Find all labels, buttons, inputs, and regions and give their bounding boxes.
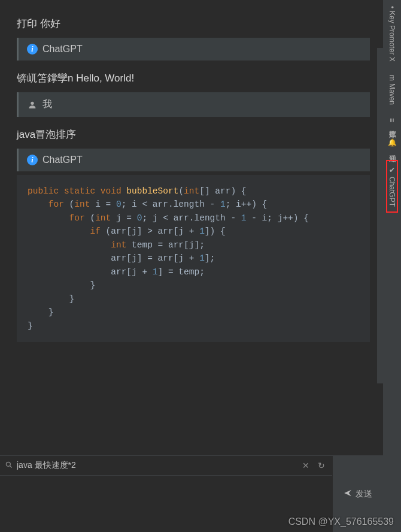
notifications-icon: 🔔 xyxy=(388,138,396,147)
info-icon: i xyxy=(27,44,38,55)
refresh-icon[interactable]: ↻ xyxy=(315,460,327,471)
sidebar-tab-label: Key Promoter X xyxy=(388,11,396,62)
search-icon xyxy=(5,461,13,471)
user-message-text: 打印 你好 xyxy=(17,17,370,31)
sidebar-tab-key-promoter[interactable]: •Key Promoter X xyxy=(387,4,397,64)
assistant-name: ChatGPT xyxy=(42,155,83,165)
chatgpt-icon: ✔ xyxy=(388,166,396,174)
assistant-message-text: 锛屼笘鐣孿n Hello, World! xyxy=(17,71,370,85)
database-icon: ≡ xyxy=(388,118,396,122)
send-label: 发送 xyxy=(356,489,372,500)
user-name: 我 xyxy=(42,98,52,111)
maven-icon: m xyxy=(388,75,396,81)
info-icon: i xyxy=(27,155,38,165)
user-message-text: java冒泡排序 xyxy=(17,128,370,141)
assistant-header: i ChatGPT xyxy=(17,149,370,171)
svg-point-0 xyxy=(31,101,34,104)
key-promoter-icon: • xyxy=(388,6,396,8)
sidebar-tab-chatgpt[interactable]: ✔ChatGPT xyxy=(386,160,398,213)
assistant-header: i ChatGPT xyxy=(17,38,370,61)
sidebar-tab-database[interactable]: ≡数据库 xyxy=(386,116,399,127)
svg-line-2 xyxy=(10,466,12,467)
sidebar-tab-label: Maven xyxy=(388,83,396,105)
sidebar-tab-maven[interactable]: mMaven xyxy=(387,72,397,107)
chat-pane: 打印 你好 i ChatGPT 锛屼笘鐣孿n Hello, World! 我 j… xyxy=(0,0,383,455)
watermark: CSDN @YX_576165539 xyxy=(288,516,394,527)
right-sidebar: •Key Promoter XmMaven≡数据库🔔通知✔ChatGPT xyxy=(383,0,401,532)
assistant-name: ChatGPT xyxy=(42,44,83,55)
scrollbar[interactable] xyxy=(377,48,383,383)
person-icon xyxy=(27,99,38,110)
chat-input[interactable] xyxy=(17,461,296,470)
sidebar-tab-notifications[interactable]: 🔔通知 xyxy=(386,135,399,152)
send-icon xyxy=(344,489,352,499)
clear-icon[interactable]: ✕ xyxy=(300,460,312,471)
input-left: ✕ ↻ xyxy=(0,456,332,532)
sidebar-tab-label: ChatGPT xyxy=(388,177,396,207)
code-block[interactable]: public static void bubbleSort(int[] arr)… xyxy=(17,175,370,342)
main-area: 打印 你好 i ChatGPT 锛屼笘鐣孿n Hello, World! 我 j… xyxy=(0,0,383,532)
svg-point-1 xyxy=(6,462,10,466)
user-header: 我 xyxy=(17,92,370,117)
input-row: ✕ ↻ xyxy=(0,456,332,476)
